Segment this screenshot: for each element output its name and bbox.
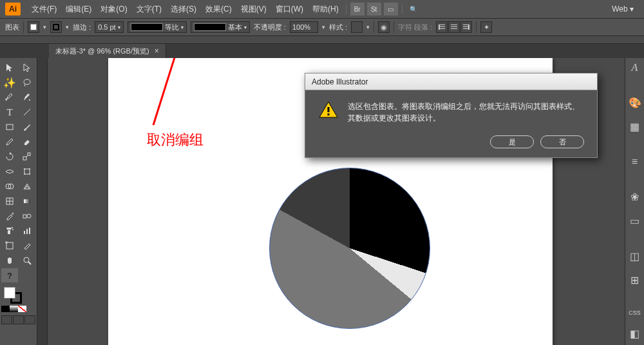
search-icon[interactable]: 🔍 [406, 3, 421, 15]
pencil-tool[interactable] [1, 135, 18, 149]
shape-builder-tool[interactable] [1, 179, 18, 193]
dropdown-caret-icon[interactable]: ▾ [66, 24, 69, 30]
align-left-button[interactable] [436, 21, 448, 33]
bridge-icon[interactable]: Br [350, 3, 365, 15]
dropdown-caret-icon[interactable]: ▾ [366, 24, 370, 30]
perspective-tool[interactable] [19, 179, 35, 193]
dropdown-caret-icon[interactable]: ▾ [43, 24, 46, 30]
arrange-icon[interactable]: ▭ [384, 3, 398, 15]
screen-mode-presentation[interactable] [24, 315, 35, 324]
fill-swatch[interactable] [28, 21, 39, 33]
char-paragraph-label[interactable]: 字符 段落 : [398, 23, 432, 32]
menu-type[interactable]: 文字(T) [132, 4, 166, 15]
zoom-tool[interactable] [19, 253, 35, 268]
tab-close-button[interactable]: × [155, 46, 159, 55]
menu-window[interactable]: 窗口(W) [271, 4, 308, 15]
dialog-yes-button[interactable]: 是 [490, 135, 534, 148]
svg-point-11 [29, 173, 30, 175]
menu-edit[interactable]: 编辑(E) [61, 4, 96, 15]
artboard-tool[interactable] [1, 239, 18, 253]
help-tool[interactable]: ? [1, 268, 18, 282]
menu-file[interactable]: 文件(F) [27, 4, 61, 15]
mesh-tool[interactable] [1, 194, 18, 208]
stroke-profile-dropdown[interactable]: 等比 [128, 21, 187, 33]
document-tab[interactable]: 未标题-3* @ 96% (RGB/预览) × [49, 44, 166, 58]
svg-rect-7 [24, 169, 30, 174]
panel-transform-icon[interactable]: ◫ [629, 250, 641, 262]
scale-tool[interactable] [19, 150, 35, 164]
align-right-button[interactable] [460, 21, 472, 33]
rectangle-tool[interactable] [1, 120, 18, 134]
dialog-message: 选区包含图表。将图表取消编组之后，您就无法再访问其图表样式、其数据或更改其图表设… [348, 101, 584, 124]
type-tool[interactable]: T [1, 105, 18, 119]
panel-brushes-icon[interactable]: ▭ [629, 215, 641, 227]
width-tool[interactable] [1, 164, 18, 179]
panel-align-icon[interactable]: ⊞ [629, 274, 641, 286]
svg-point-19 [27, 214, 31, 218]
none-color-button[interactable] [18, 306, 26, 312]
separator [402, 4, 402, 14]
style-swatch[interactable] [351, 21, 363, 33]
menu-view[interactable]: 视图(V) [236, 4, 271, 15]
screen-mode-normal[interactable] [1, 315, 12, 324]
spacer [0, 36, 644, 44]
solid-color-button[interactable] [1, 306, 10, 312]
fill-color-swatch[interactable] [4, 287, 15, 299]
stroke-swatch-box[interactable] [50, 21, 62, 33]
stock-icon[interactable]: St [367, 3, 381, 15]
lasso-tool[interactable] [19, 75, 35, 90]
panel-swatches-icon[interactable]: ▦ [629, 121, 641, 133]
recolor-button[interactable]: ◉ [378, 21, 390, 33]
graph-tool[interactable] [19, 224, 35, 238]
brush-dropdown[interactable]: 基本 [191, 21, 250, 33]
stroke-label[interactable]: 描边 : [73, 23, 91, 32]
panel-symbols-icon[interactable]: ❀ [629, 191, 641, 203]
svg-point-29 [24, 257, 29, 262]
panel-color-icon[interactable]: 🎨 [629, 97, 641, 109]
panel-stroke-icon[interactable]: ≡ [629, 156, 641, 168]
align-center-button[interactable] [448, 21, 460, 33]
line-tool[interactable] [19, 105, 35, 119]
svg-rect-5 [28, 153, 30, 155]
dialog-titlebar[interactable]: Adobe Illustrator [305, 74, 597, 90]
separator [393, 21, 394, 33]
selection-type-label: 图表 [5, 23, 19, 32]
rotate-tool[interactable] [1, 150, 18, 164]
gradient-tool[interactable] [19, 194, 35, 208]
eyedropper-tool[interactable] [1, 209, 18, 223]
stroke-weight-input[interactable]: 0.5 pt [95, 21, 124, 33]
free-transform-tool[interactable] [19, 164, 35, 179]
opacity-input[interactable] [290, 21, 318, 33]
menu-object[interactable]: 对象(O) [96, 4, 131, 15]
svg-rect-34 [328, 107, 330, 112]
direct-selection-tool[interactable] [19, 61, 35, 75]
magic-wand-tool[interactable]: ✨ [1, 75, 18, 90]
hand-tool[interactable] [1, 253, 18, 268]
menu-select[interactable]: 选择(S) [166, 4, 201, 15]
screen-mode-full[interactable] [13, 315, 24, 324]
color-swatches[interactable] [1, 286, 35, 304]
paintbrush-tool[interactable] [19, 120, 35, 134]
workspace-switcher[interactable]: Web ▾ [607, 5, 639, 14]
symbol-sprayer-tool[interactable] [1, 224, 18, 238]
panel-character-icon[interactable]: A [629, 62, 641, 74]
pie-chart[interactable] [269, 168, 430, 329]
dropdown-caret-icon[interactable]: ▾ [322, 24, 325, 30]
menu-effect[interactable]: 效果(C) [201, 4, 236, 15]
blend-tool[interactable] [19, 209, 35, 223]
panel-css-icon[interactable]: CSS [629, 310, 641, 316]
eraser-tool[interactable] [19, 135, 35, 149]
style-label[interactable]: 样式 : [329, 23, 347, 32]
dialog-no-button[interactable]: 否 [540, 135, 584, 148]
svg-rect-18 [23, 215, 26, 218]
svg-line-6 [26, 155, 28, 157]
pen-tool[interactable] [1, 90, 18, 104]
panel-layers-icon[interactable]: ◧ [629, 328, 641, 340]
slice-tool[interactable] [19, 239, 35, 253]
opacity-label[interactable]: 不透明度 : [254, 23, 286, 32]
transform-button[interactable]: ✦ [480, 21, 492, 33]
menu-help[interactable]: 帮助(H) [308, 4, 343, 15]
curvature-tool[interactable] [19, 90, 35, 104]
gradient-button[interactable] [10, 306, 18, 312]
selection-tool[interactable] [1, 61, 18, 75]
